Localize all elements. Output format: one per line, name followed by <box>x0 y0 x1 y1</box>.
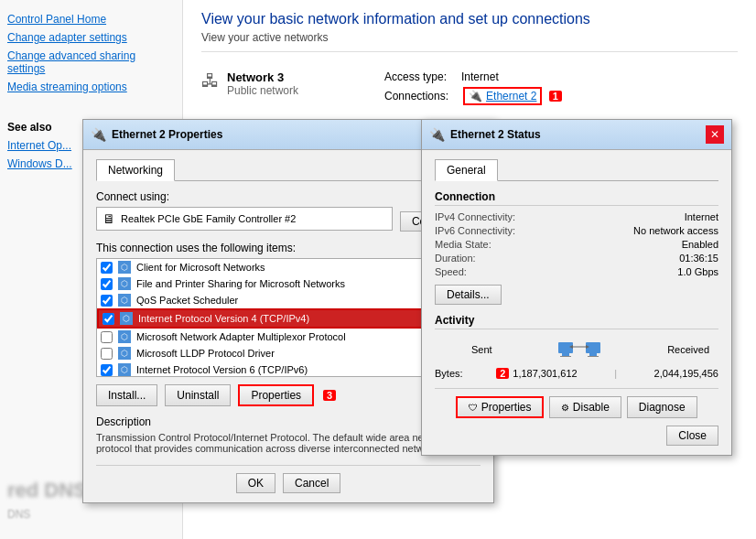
item-icon-3: ⬡ <box>120 312 133 325</box>
item-check-3[interactable] <box>103 313 114 325</box>
access-section: Access type: Internet Connections: 🔌 Eth… <box>384 70 562 109</box>
diagnose-btn[interactable]: Diagnose <box>627 396 697 418</box>
change-adapter-link[interactable]: Change adapter settings <box>7 31 175 44</box>
page-title: View your basic network information and … <box>201 11 738 27</box>
bytes-row: Bytes: 2 1,187,301,612 | 2,044,195,456 <box>435 368 718 379</box>
status-dialog: 🔌 Ethernet 2 Status ✕ General Connection… <box>421 119 732 456</box>
ethernet-link-box: 🔌 Ethernet 2 <box>463 87 542 105</box>
bytes-label: Bytes: <box>435 368 463 379</box>
received-label: Received <box>667 344 709 355</box>
duration-value: 01:36:15 <box>679 253 718 264</box>
adapter-name: Realtek PCIe GbE Family Controller #2 <box>121 213 296 224</box>
item-check-0[interactable] <box>101 262 113 274</box>
speed-row: Speed: 1.0 Gbps <box>435 266 718 277</box>
item-label-5[interactable]: Microsoft LLDP Protocol Driver <box>136 348 275 359</box>
properties-btn[interactable]: Properties <box>238 384 314 406</box>
install-btn[interactable]: Install... <box>96 384 157 406</box>
item-check-6[interactable] <box>101 364 113 376</box>
connection-rows: IPv4 Connectivity: Internet IPv6 Connect… <box>435 211 718 277</box>
ipv4-value: Internet <box>685 211 718 222</box>
status-dialog-body: General Connection IPv4 Connectivity: In… <box>422 150 731 455</box>
status-tab-bar: General <box>435 159 718 181</box>
activity-header-row: Sent <box>435 335 718 364</box>
props-title-left: 🔌 Ethernet 2 Properties <box>91 127 222 142</box>
activity-section-title: Activity <box>435 314 718 329</box>
cancel-btn[interactable]: Cancel <box>283 473 340 493</box>
item-check-1[interactable] <box>101 278 113 290</box>
disable-btn[interactable]: ⚙ Disable <box>549 396 621 418</box>
adapter-box: 🖥 Realtek PCIe GbE Family Controller #2 <box>96 207 393 231</box>
change-sharing-link[interactable]: Change advanced sharing settings <box>7 49 175 75</box>
ok-btn[interactable]: OK <box>236 473 275 493</box>
status-titlebar: 🔌 Ethernet 2 Status ✕ <box>422 120 731 150</box>
network-type: Public network <box>227 84 298 97</box>
item-check-4[interactable] <box>101 331 113 343</box>
item-icon-2: ⬡ <box>118 294 131 307</box>
ipv4-row: IPv4 Connectivity: Internet <box>435 211 718 222</box>
sent-label: Sent <box>471 344 492 355</box>
details-btn[interactable]: Details... <box>435 285 502 305</box>
item-icon-0: ⬡ <box>118 261 131 274</box>
duration-row: Duration: 01:36:15 <box>435 253 718 264</box>
ok-cancel-row: OK Cancel <box>96 465 481 493</box>
item-label-4[interactable]: Microsoft Network Adapter Multiplexor Pr… <box>136 331 346 342</box>
ipv6-row: IPv6 Connectivity: No network access <box>435 225 718 236</box>
divider: | <box>614 368 617 379</box>
ipv6-value: No network access <box>633 225 718 236</box>
item-check-5[interactable] <box>101 348 113 360</box>
badge-2: 2 <box>496 368 509 379</box>
svg-rect-2 <box>560 356 571 357</box>
cp-home-link[interactable]: Control Panel Home <box>7 13 175 26</box>
control-panel-background: Control Panel Home Change adapter settin… <box>0 0 756 539</box>
status-close-row: Close <box>435 426 718 446</box>
speed-label: Speed: <box>435 266 467 277</box>
sent-value: 2 1,187,301,612 <box>496 368 577 379</box>
blurred-dns: red DNS <box>7 479 87 502</box>
media-row: Media State: Enabled <box>435 239 718 250</box>
access-type-label: Access type: <box>384 70 447 83</box>
media-value: Enabled <box>682 239 718 250</box>
media-label: Media State: <box>435 239 491 250</box>
ethernet-link[interactable]: Ethernet 2 <box>486 90 536 102</box>
props-dialog-title: Ethernet 2 Properties <box>112 128 222 141</box>
network-info-row: 🖧 Network 3 Public network Access type: … <box>201 70 738 109</box>
status-action-buttons: 🛡 Properties ⚙ Disable Diagnose <box>435 388 718 418</box>
access-type-value: Internet <box>461 70 499 83</box>
item-icon-4: ⬡ <box>118 330 131 343</box>
connection-section-title: Connection <box>435 190 718 206</box>
connections-label: Connections: <box>384 90 448 102</box>
media-streaming-link[interactable]: Media streaming options <box>7 81 175 93</box>
received-value: 2,044,195,456 <box>654 368 718 379</box>
status-properties-btn[interactable]: 🛡 Properties <box>456 396 544 418</box>
ipv6-label: IPv6 Connectivity: <box>435 225 515 236</box>
item-label-3[interactable]: Internet Protocol Version 4 (TCP/IPv4) <box>138 313 309 324</box>
item-icon-1: ⬡ <box>118 277 131 290</box>
item-icon-6: ⬡ <box>118 363 131 376</box>
svg-rect-5 <box>588 356 599 357</box>
details-btn-row: Details... <box>435 285 718 305</box>
tab-networking[interactable]: Networking <box>96 159 175 181</box>
network-name: Network 3 <box>227 70 298 84</box>
status-close-x-btn[interactable]: ✕ <box>706 125 724 144</box>
tab-general[interactable]: General <box>435 159 498 181</box>
status-title-left: 🔌 Ethernet 2 Status <box>429 127 541 142</box>
item-label-6[interactable]: Internet Protocol Version 6 (TCP/IPv6) <box>136 364 308 375</box>
ipv4-label: IPv4 Connectivity: <box>435 211 515 222</box>
item-check-2[interactable] <box>101 295 113 307</box>
status-dialog-title: Ethernet 2 Status <box>450 128 541 141</box>
item-icon-5: ⬡ <box>118 347 131 360</box>
item-label-0[interactable]: Client for Microsoft Networks <box>136 262 265 273</box>
activity-section: Activity Sent <box>435 314 718 379</box>
duration-label: Duration: <box>435 253 476 264</box>
speed-value: 1.0 Gbps <box>677 266 718 277</box>
item-label-2[interactable]: QoS Packet Scheduler <box>136 295 238 306</box>
network-activity-icon <box>556 335 602 364</box>
blurred-dns2: DNS <box>7 508 30 521</box>
item-label-1[interactable]: File and Printer Sharing for Microsoft N… <box>136 278 345 289</box>
page-subtitle: View your active networks <box>201 31 738 44</box>
status-close-btn[interactable]: Close <box>666 426 718 446</box>
badge-1: 1 <box>549 91 562 102</box>
uninstall-btn[interactable]: Uninstall <box>165 384 231 406</box>
badge-3: 3 <box>323 390 336 401</box>
